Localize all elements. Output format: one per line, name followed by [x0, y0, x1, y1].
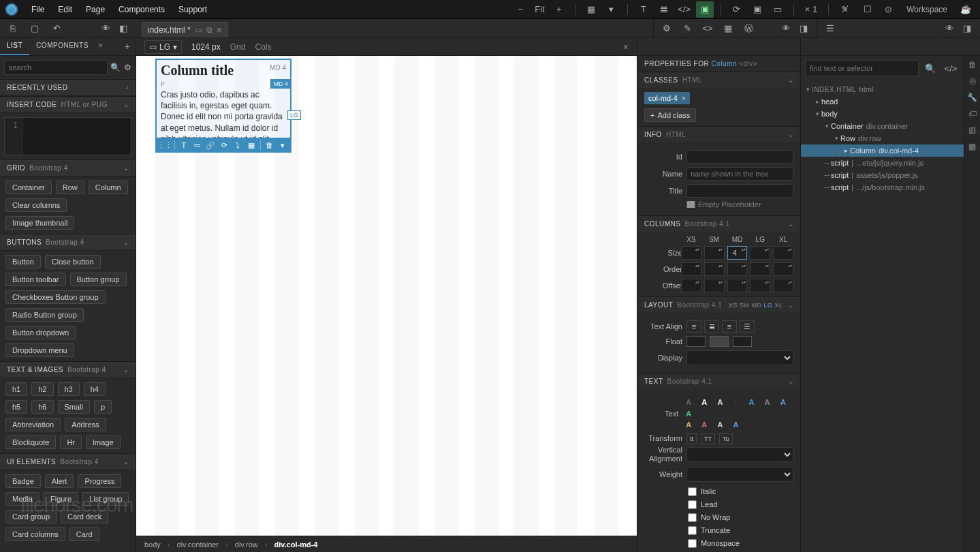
eye2-icon[interactable]: 👁 — [777, 20, 795, 37]
reload-element-icon[interactable]: ⟳ — [218, 139, 230, 151]
menu-file[interactable]: File — [25, 2, 51, 17]
text-tool-icon[interactable]: T — [635, 1, 652, 18]
tree-script[interactable]: —script|...ets/js/jquery.min.js — [801, 157, 964, 169]
size-sm[interactable]: ▴▾ — [704, 246, 725, 260]
stepper[interactable]: ▴▾ — [742, 279, 746, 292]
text-link[interactable]: A — [729, 419, 742, 430]
properties-icon[interactable]: ≔ — [191, 139, 204, 151]
bp-tab[interactable]: SM — [740, 302, 750, 309]
library-item[interactable]: Column — [89, 181, 128, 194]
more-icon[interactable]: ▾ — [276, 139, 289, 151]
size-xs[interactable]: ▴▾ — [681, 246, 701, 260]
order-md[interactable]: ▴▾ — [727, 262, 748, 276]
stepper[interactable]: ▴▾ — [788, 247, 793, 259]
chevron-right-icon[interactable]: ▸ — [842, 147, 850, 154]
stepper[interactable]: ▴▾ — [742, 263, 746, 275]
zoom-in-icon[interactable]: + — [550, 1, 568, 18]
section-layout[interactable]: LAYOUTBootstrap 4.1 XSSMMDLGXL⌄ — [637, 297, 800, 313]
library-item[interactable]: Button — [5, 255, 41, 269]
menu-edit[interactable]: Edit — [51, 2, 79, 17]
drag-handle-icon[interactable]: ⋮⋮ — [158, 139, 172, 151]
settings-icon[interactable]: ⚙ — [658, 20, 676, 37]
search-icon[interactable]: 🔍 — [110, 60, 121, 75]
bp-tab[interactable]: XL — [774, 302, 783, 309]
bp-tab[interactable]: MD — [751, 302, 761, 309]
breadcrumb-item[interactable]: div.container — [177, 540, 219, 549]
library-item[interactable]: List group — [82, 492, 129, 506]
stepper[interactable]: ▴▾ — [695, 279, 700, 292]
bookmark-icon[interactable]: 🏷 — [966, 108, 979, 120]
align-left[interactable]: ≡ — [686, 320, 701, 333]
section-columns[interactable]: COLUMNSBootstrap 4.1⌄ — [637, 216, 800, 232]
section-ui-elements[interactable]: UI ELEMENTSBootstrap 4⌄ — [0, 453, 136, 470]
js-toggle-icon[interactable]: ▣ — [696, 1, 714, 18]
offset-xs[interactable]: ▴▾ — [681, 279, 701, 292]
nowrap-checkbox[interactable] — [688, 513, 697, 522]
order-xs[interactable]: ▴▾ — [681, 262, 701, 276]
library-item[interactable]: Card — [69, 527, 99, 541]
library-item[interactable]: Image — [86, 435, 121, 449]
tab-components[interactable]: COMPONENTS — [29, 38, 95, 55]
size-lg[interactable]: ▴▾ — [750, 246, 770, 260]
stepper[interactable]: ▴▾ — [742, 247, 746, 259]
lg-handle[interactable]: LG — [287, 110, 301, 120]
library-item[interactable]: Figure — [44, 492, 78, 506]
stepper[interactable]: ▴▾ — [788, 279, 793, 292]
library-item[interactable]: h2 — [31, 382, 53, 396]
library-item[interactable]: Button group — [70, 273, 127, 286]
text-body[interactable]: A — [714, 419, 726, 430]
stepper[interactable]: ▴▾ — [695, 263, 700, 275]
brush-icon[interactable]: ✎ — [678, 20, 696, 37]
section-buttons[interactable]: BUTTONSBootstrap 4⌄ — [0, 234, 136, 251]
bp-tab[interactable]: LG — [763, 302, 772, 309]
ruler-icon[interactable]: 𝌆 — [655, 1, 673, 18]
section-info[interactable]: INFOHTML⌄ — [637, 127, 800, 142]
order-lg[interactable]: ▴▾ — [750, 262, 770, 276]
library-item[interactable]: Clear columns — [5, 198, 67, 212]
text-muted[interactable]: A — [682, 397, 695, 408]
library-item[interactable]: p — [94, 400, 112, 414]
refresh-icon[interactable]: ⟳ — [728, 1, 746, 18]
device-icon[interactable]: ▣ — [748, 1, 766, 18]
chevron-right-icon[interactable]: ▸ — [813, 98, 821, 105]
valign-select[interactable] — [686, 447, 793, 462]
order-sm[interactable]: ▴▾ — [704, 262, 725, 276]
view-grid[interactable]: Grid — [230, 42, 246, 52]
tree-root[interactable]: ▾INDEX.HTMLhtml — [801, 83, 964, 95]
feedback-icon[interactable]: ☐ — [859, 1, 876, 18]
display-select[interactable] — [686, 350, 793, 365]
library-item[interactable]: Checkboxes Button group — [5, 290, 106, 304]
section-text[interactable]: TEXTBootstrap 4.1⌄ — [637, 373, 800, 389]
eye3-icon[interactable]: 👁 — [941, 20, 958, 37]
tree-script[interactable]: —script|assets/js/popper.js — [801, 169, 964, 181]
target-icon[interactable]: ◎ — [966, 75, 979, 87]
library-item[interactable]: Card columns — [5, 527, 65, 541]
library-item[interactable]: Small — [58, 400, 91, 414]
page-mult[interactable]: × 1 — [801, 1, 821, 18]
grid-toggle-icon[interactable]: ▦ — [582, 1, 600, 18]
library-item[interactable]: Progress — [78, 474, 121, 488]
stepper[interactable]: ▴▾ — [788, 263, 793, 275]
order-xl[interactable]: ▴▾ — [773, 262, 793, 276]
column-paragraph[interactable]: Cras justo odio, dapibus ac facilisis in… — [161, 89, 286, 144]
tab-add-icon[interactable]: + — [119, 38, 136, 55]
library-item[interactable]: Dropdown menu — [5, 343, 74, 357]
empty-placeholder-checkbox[interactable] — [686, 201, 695, 208]
app-logo[interactable] — [5, 3, 18, 16]
zoom-reset-icon[interactable]: ⊙ — [879, 1, 897, 18]
library-item[interactable]: Hr — [60, 435, 82, 449]
wrap-icon[interactable]: ⤵ — [232, 139, 244, 151]
offset-lg[interactable]: ▴▾ — [750, 279, 770, 292]
filter-icon[interactable]: ⚙ — [123, 60, 131, 75]
text-warning[interactable]: A — [682, 419, 695, 430]
search-icon[interactable]: 🔍 — [921, 60, 939, 76]
align-justify[interactable]: ☰ — [740, 320, 755, 333]
zoom-out-icon[interactable]: − — [511, 1, 529, 18]
zoom-fit[interactable]: Fit — [532, 1, 547, 18]
dom-search-input[interactable] — [805, 60, 919, 76]
design-canvas[interactable]: MD 4 Column title p Cras justo odio, dap… — [136, 56, 637, 536]
stepper[interactable]: ▴▾ — [765, 247, 770, 259]
view-cols[interactable]: Cols — [255, 42, 271, 52]
panel2-icon[interactable]: ◨ — [795, 20, 812, 37]
chevron-down-icon[interactable]: ▾ — [813, 110, 821, 117]
